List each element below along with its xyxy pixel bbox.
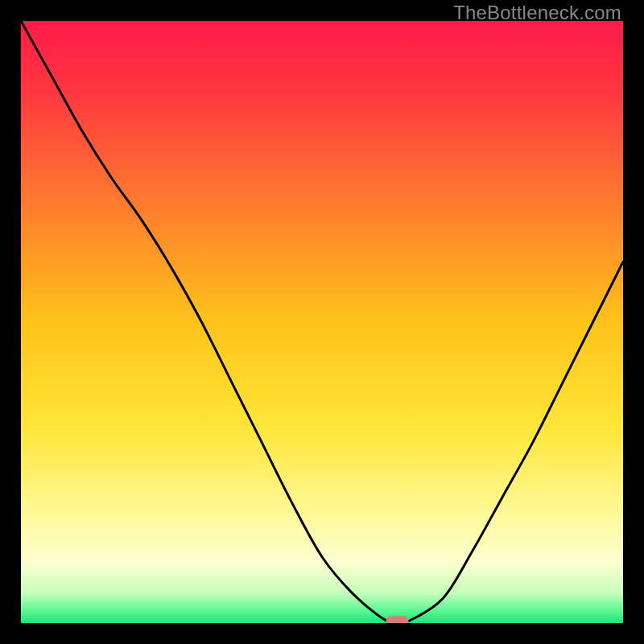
watermark-text: TheBottleneck.com [453,2,621,24]
bottleneck-chart [21,21,623,623]
chart-frame [21,21,623,623]
chart-background [21,21,623,623]
optimal-marker [386,616,409,623]
